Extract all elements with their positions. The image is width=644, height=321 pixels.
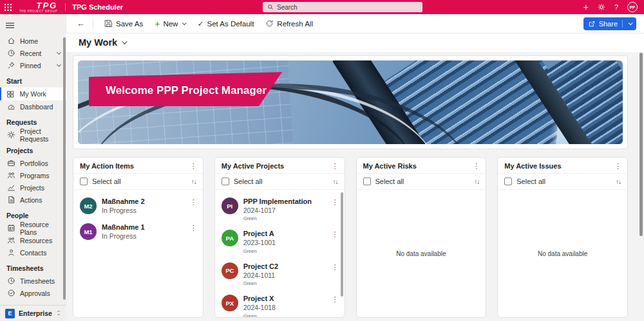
sidebar-item-label: Recent — [20, 50, 41, 57]
sidebar-item-approvals[interactable]: Approvals — [0, 287, 66, 299]
list-item[interactable]: PC Project C2 2024-1011 Green ⋮ — [215, 258, 345, 290]
select-all-checkbox[interactable] — [222, 178, 229, 185]
sidebar-scrollbar[interactable] — [63, 37, 66, 300]
logo-subtext: THE PROJECT GROUP — [19, 10, 57, 14]
sidebar-item-programs[interactable]: Programs — [0, 169, 66, 181]
sidebar-item-contacts[interactable]: Contacts — [0, 246, 66, 259]
item-menu-icon[interactable]: ⋮ — [190, 198, 197, 206]
item-name: Project C2 — [243, 262, 278, 271]
select-all-checkbox[interactable] — [504, 178, 512, 185]
empty-state-message: No data available — [538, 250, 587, 257]
search-icon — [267, 4, 274, 10]
item-menu-icon[interactable]: ⋮ — [332, 198, 339, 206]
card-header: My Active Issues ⋮ — [498, 158, 627, 174]
select-all-label: Select all — [516, 178, 545, 185]
card-my-active-risks: My Active Risks ⋮ Select all ↑↓ No data … — [356, 157, 487, 318]
item-name: Project A — [243, 230, 276, 239]
sidebar-item-actions[interactable]: Actions — [0, 194, 66, 206]
people-icon — [6, 171, 15, 180]
card-menu-icon[interactable]: ⋮ — [614, 163, 621, 170]
item-menu-icon[interactable]: ⋮ — [332, 230, 339, 239]
new-button[interactable]: + New — [149, 17, 191, 31]
card-menu-icon[interactable]: ⋮ — [473, 163, 480, 170]
sort-icon[interactable]: ↑↓ — [474, 178, 479, 185]
avatar: PI — [222, 197, 238, 214]
main-content: ← Save As + New ✓ Set As Default Refresh… — [66, 14, 644, 321]
person-icon — [6, 248, 15, 257]
select-all-row: Select all ↑↓ — [73, 174, 203, 190]
refresh-all-button[interactable]: Refresh All — [260, 17, 319, 30]
sidebar-item-label: Actions — [20, 196, 42, 204]
select-all-checkbox[interactable] — [80, 178, 88, 185]
search-input[interactable]: Search — [263, 2, 422, 12]
help-icon[interactable]: ? — [614, 3, 618, 11]
card-title: My Active Issues — [504, 162, 561, 170]
briefcase-icon — [6, 159, 15, 168]
sidebar-item-my-work[interactable]: My Work — [0, 87, 66, 100]
sidebar-item-label: Pinned — [20, 62, 41, 69]
share-icon — [588, 20, 596, 28]
sort-icon[interactable]: ↑↓ — [191, 178, 196, 185]
sidebar-item-project-requests[interactable]: Project Requests — [0, 129, 66, 141]
sidebar-item-projects[interactable]: Projects — [0, 181, 66, 194]
sidebar-item-resources[interactable]: Resources — [0, 234, 66, 246]
item-name: Project X — [243, 295, 276, 304]
item-name: PPP Implementation — [243, 197, 312, 206]
sidebar-item-timesheets[interactable]: Timesheets — [0, 275, 66, 287]
chevron-down-icon[interactable] — [629, 21, 633, 25]
card-title: My Active Risks — [363, 162, 417, 170]
sort-icon[interactable]: ↑↓ — [333, 178, 338, 185]
sidebar-item-label: Projects — [20, 184, 44, 192]
sidebar-item-dashboard[interactable]: Dashboard — [0, 100, 66, 113]
app-name[interactable]: TPG Scheduler — [72, 3, 123, 11]
card-my-active-issues: My Active Issues ⋮ Select all ↑↓ No data… — [497, 157, 628, 318]
waffle-menu-icon[interactable] — [0, 4, 15, 11]
main-scrollbar[interactable] — [639, 53, 643, 236]
item-menu-icon[interactable]: ⋮ — [190, 224, 197, 232]
item-menu-icon[interactable]: ⋮ — [332, 263, 339, 271]
item-status: Green — [243, 248, 276, 254]
sidebar-item-resource-plans[interactable]: Resource Plans — [0, 222, 66, 234]
list-item[interactable]: PI PPP Implementation 2024-1017 Green ⋮ — [215, 193, 345, 225]
avatar: PA — [222, 230, 238, 246]
select-all-checkbox[interactable] — [363, 178, 371, 185]
sidebar: Home Recent Pinned Start My Work Dashboa… — [0, 14, 66, 321]
card-menu-icon[interactable]: ⋮ — [190, 163, 197, 170]
back-button[interactable]: ← — [74, 19, 88, 28]
welcome-ribbon: Welcome PPP Project Manager — [89, 72, 282, 106]
list-item[interactable]: M2 Maßnahme 2 In Progress ⋮ — [73, 193, 203, 219]
sidebar-item-pinned[interactable]: Pinned — [0, 59, 66, 71]
item-menu-icon[interactable]: ⋮ — [332, 295, 339, 304]
sidebar-item-recent[interactable]: Recent — [0, 47, 66, 59]
save-as-button[interactable]: Save As — [99, 17, 149, 30]
card-scrollbar[interactable] — [341, 192, 343, 297]
card-my-active-projects: My Active Projects ⋮ Select all ↑↓ PI PP… — [214, 157, 345, 318]
command-bar: ← Save As + New ✓ Set As Default Refresh… — [66, 14, 644, 33]
gear-icon — [6, 131, 15, 140]
save-icon — [104, 19, 113, 28]
top-app-bar: TPG THE PROJECT GROUP TPG Scheduler Sear… — [0, 0, 644, 14]
item-status: Green — [243, 313, 276, 317]
command-bar-divider — [93, 19, 93, 29]
list-item[interactable]: PX Project X 2024-1018 Green ⋮ — [215, 290, 345, 317]
refresh-icon — [265, 19, 274, 28]
list-item[interactable]: PA Project A 2023-1001 Green ⋮ — [215, 225, 345, 257]
card-menu-icon[interactable]: ⋮ — [332, 163, 339, 170]
item-status: Green — [243, 280, 278, 286]
sidebar-section-timesheets: Timesheets — [0, 259, 66, 275]
sidebar-item-portfolios[interactable]: Portfolios — [0, 157, 66, 169]
share-button[interactable]: Share — [583, 17, 636, 30]
sidebar-item-home[interactable]: Home — [0, 35, 66, 47]
hamburger-menu-icon[interactable] — [0, 17, 66, 35]
create-icon[interactable]: + — [583, 3, 589, 12]
environment-switcher[interactable]: E Enterprise — [0, 305, 66, 321]
logo-text: TPG — [36, 1, 57, 10]
item-number: 2024-1018 — [243, 304, 276, 313]
set-as-default-button[interactable]: ✓ Set As Default — [191, 17, 260, 31]
list-item[interactable]: M1 Maßnahme 1 In Progress ⋮ — [73, 219, 203, 244]
item-number: 2023-1001 — [243, 239, 276, 248]
user-avatar[interactable]: PP — [627, 2, 638, 12]
page-title-row[interactable]: My Work — [66, 33, 644, 52]
sort-icon[interactable]: ↑↓ — [616, 178, 621, 185]
settings-gear-icon[interactable] — [598, 3, 605, 11]
